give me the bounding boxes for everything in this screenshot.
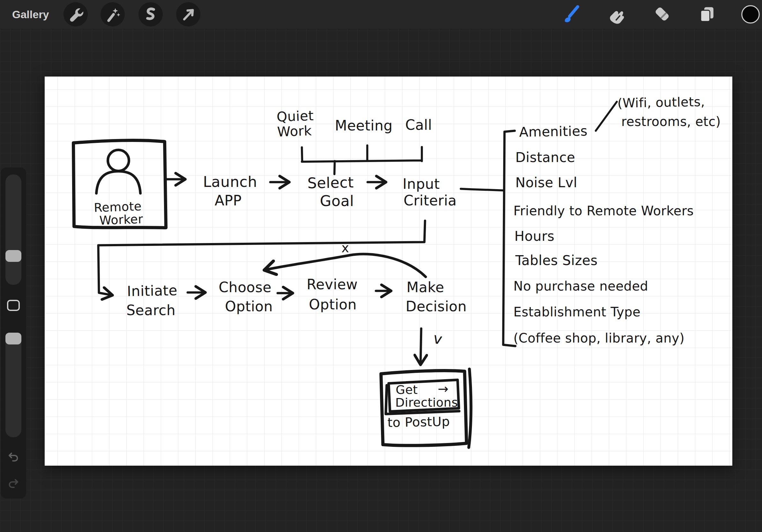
top-toolbar: Gallery — [0, 0, 762, 29]
smudge-button[interactable] — [606, 4, 626, 25]
criteria-item: No purchase needed — [513, 279, 648, 293]
color-swatch-button[interactable] — [740, 4, 761, 25]
flowchart-ink-strokes — [45, 77, 732, 466]
node-input-criteria-line1: Input — [403, 177, 440, 191]
node-review-option-line2: Option — [309, 297, 357, 312]
transform-button[interactable] — [176, 2, 200, 27]
eraser-icon — [652, 4, 672, 25]
criteria-item: (Coffee shop, library, any) — [513, 331, 684, 345]
note-pointer-line — [596, 102, 617, 131]
result-box-shadow — [469, 369, 471, 447]
drawing-canvas[interactable]: Quiet Work Meeting Call Remote Worker La… — [45, 77, 732, 466]
node-select-goal-line2: Goal — [320, 193, 354, 209]
node-launch-app-line2: APP — [215, 193, 242, 208]
color-swatch-icon — [740, 4, 761, 25]
brush-size-slider-handle[interactable] — [5, 250, 21, 262]
layers-icon — [697, 4, 717, 25]
person-shoulders — [96, 171, 140, 193]
criteria-item: Friendly to Remote Workers — [513, 204, 694, 218]
brush-controls-sidebar — [1, 167, 26, 499]
reject-branch-label: x — [342, 241, 349, 254]
undo-icon — [6, 461, 21, 465]
opacity-slider-handle[interactable] — [5, 333, 21, 345]
adjustments-s-icon — [142, 5, 160, 23]
magic-wand-button[interactable] — [101, 2, 125, 27]
result-label-line3: to PostUp — [387, 415, 450, 429]
paint-brush-button[interactable] — [560, 4, 581, 25]
node-choose-option-line2: Option — [225, 299, 273, 314]
criteria-item: Distance — [515, 151, 575, 165]
smudge-finger-icon — [606, 4, 626, 25]
wrench-icon — [67, 5, 85, 23]
node-initiate-search-line2: Search — [126, 303, 176, 318]
goal-option-meeting: Meeting — [335, 118, 393, 133]
procreate-app-window: Gallery — [0, 0, 762, 532]
node-review-option-line1: Review — [307, 277, 358, 292]
actions-button[interactable] — [63, 2, 88, 27]
criteria-item: Hours — [514, 229, 555, 243]
node-launch-app-line1: Launch — [203, 174, 257, 189]
criteria-note-line2: restrooms, etc) — [621, 115, 721, 128]
person-head — [108, 150, 129, 171]
criteria-note-line1: (Wifi, outlets, — [617, 95, 705, 110]
node-choose-option-line1: Choose — [219, 280, 271, 295]
goal-option-quiet-work-line1: Quiet — [276, 109, 314, 124]
opacity-slider[interactable] — [5, 333, 21, 437]
criteria-item: Establishment Type — [513, 305, 641, 319]
node-select-goal-line1: Select — [307, 175, 354, 191]
node-initiate-search-line1: Initiate — [127, 283, 178, 299]
reject-curve — [266, 254, 426, 277]
undo-button[interactable] — [6, 450, 21, 464]
redo-button[interactable] — [6, 476, 21, 491]
eraser-button[interactable] — [652, 4, 672, 25]
transform-arrow-icon — [179, 5, 197, 23]
layers-button[interactable] — [697, 4, 717, 25]
result-inner-arrow: → — [438, 382, 449, 395]
criteria-item: Amenities — [519, 124, 588, 139]
adjustments-button[interactable] — [138, 2, 163, 27]
criteria-item: Tables Sizes — [515, 253, 598, 268]
result-label-line2: Directions — [395, 396, 458, 409]
brush-size-slider[interactable] — [5, 174, 21, 285]
magic-wand-icon — [104, 5, 121, 23]
goal-option-quiet-work-line2: Work — [277, 124, 312, 139]
node-input-criteria-line2: Criteria — [404, 193, 457, 208]
modify-button[interactable] — [7, 300, 20, 311]
goal-option-call: Call — [405, 118, 432, 132]
paint-brush-icon — [560, 4, 581, 25]
criteria-item: Noise Lvl — [515, 176, 577, 190]
actor-label-line2: Worker — [99, 213, 143, 228]
node-make-decision-line1: Make — [407, 280, 444, 295]
goal-options-bracket — [302, 146, 422, 174]
gallery-button[interactable]: Gallery — [12, 0, 49, 29]
node-make-decision-line2: Decision — [406, 299, 467, 314]
result-label-line1: Get — [396, 384, 418, 396]
redo-icon — [6, 487, 21, 492]
